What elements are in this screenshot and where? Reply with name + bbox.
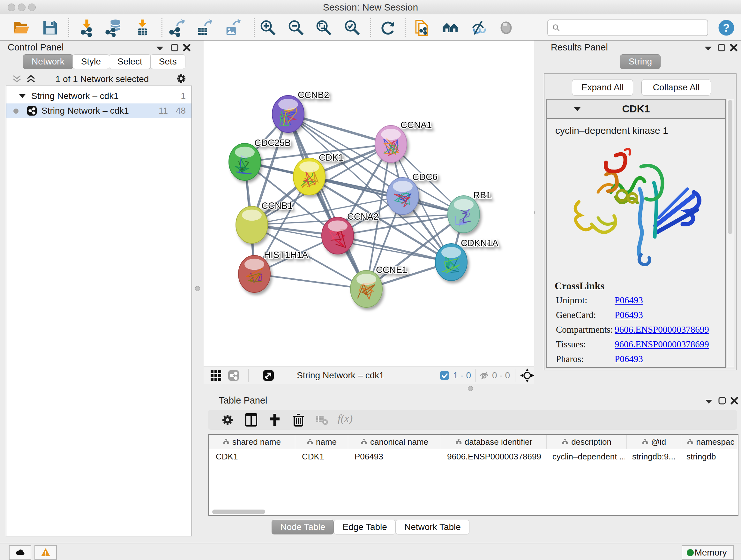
table-row[interactable]: CDK1CDK1P064939606.ENSP00000378699cyclin… xyxy=(209,449,738,464)
tab-edge-table[interactable]: Edge Table xyxy=(334,520,396,535)
tab-network-table[interactable]: Network Table xyxy=(396,520,469,535)
tab-select[interactable]: Select xyxy=(109,54,151,69)
tree-expander-icon[interactable] xyxy=(18,93,26,99)
network-row-selected[interactable]: String Network – cdk1 11 48 xyxy=(6,104,192,118)
import-table-file-icon[interactable] xyxy=(133,19,151,37)
cdk1-expander-icon[interactable] xyxy=(573,106,582,112)
home-networks-icon[interactable] xyxy=(442,19,460,37)
column-header-namespac[interactable]: namespac xyxy=(681,435,740,449)
zoom-fit-icon[interactable] xyxy=(315,19,333,37)
table-panel-menu-icon[interactable] xyxy=(704,398,713,404)
network-collection-row[interactable]: String Network – cdk1 1 xyxy=(6,89,192,104)
collapse-all-button[interactable]: Collapse All xyxy=(642,79,711,96)
string-network-graph[interactable]: CCNB2CCNA1CDC25BCDK1CDC6RB1CCNB1CCNA2CDK… xyxy=(204,41,534,367)
memory-label: Memory xyxy=(694,548,727,557)
node-table[interactable]: shared namenamecanonical namedatabase id… xyxy=(208,434,738,516)
control-panel-float-icon[interactable] xyxy=(171,44,179,52)
open-session-icon[interactable] xyxy=(13,19,30,37)
node-CDKN1A[interactable]: CDKN1A xyxy=(435,238,498,281)
orb-eye-icon[interactable] xyxy=(497,19,515,37)
table-panel-float-icon[interactable] xyxy=(718,396,726,405)
import-network-file-icon[interactable] xyxy=(78,19,96,37)
delete-column-icon[interactable] xyxy=(291,413,306,427)
import-network-database-icon[interactable] xyxy=(105,19,123,37)
memory-button[interactable]: Memory xyxy=(682,545,734,560)
network-options-gear-icon[interactable] xyxy=(175,72,188,85)
table-panel-close-icon[interactable] xyxy=(730,396,738,405)
refresh-icon[interactable] xyxy=(379,19,397,37)
column-header-name[interactable]: name xyxy=(295,435,348,449)
crosslink-link[interactable]: 9606.ENSP00000378699 xyxy=(615,324,709,335)
edge-CDK1-RB1[interactable] xyxy=(309,177,464,214)
results-scrollbar[interactable] xyxy=(727,99,734,367)
horizontal-splitter-handle[interactable] xyxy=(468,386,473,391)
tab-style[interactable]: Style xyxy=(72,54,110,69)
table-cell[interactable]: stringdb:9... xyxy=(625,449,679,464)
crosslink-link[interactable]: P06493 xyxy=(615,310,643,320)
expand-all-tree-icon[interactable] xyxy=(25,74,37,84)
cloud-status-button[interactable] xyxy=(9,545,31,560)
table-options-gear-icon[interactable] xyxy=(220,413,235,427)
node-gloss-highlight xyxy=(356,273,376,285)
table-cell[interactable]: P06493 xyxy=(347,449,440,464)
results-panel-menu-icon[interactable] xyxy=(704,45,712,51)
edge-HIST1H1A-CCNE1[interactable] xyxy=(254,274,366,289)
control-panel-menu-icon[interactable] xyxy=(156,45,164,51)
node-CDC6[interactable]: CDC6 xyxy=(387,172,437,214)
table-horizontal-scrollbar[interactable] xyxy=(212,509,265,514)
edge-CCNB2-CCNE1[interactable] xyxy=(288,114,366,289)
table-cell[interactable]: 9606.ENSP00000378699 xyxy=(440,449,545,464)
warnings-button[interactable] xyxy=(35,545,57,560)
results-panel-title: Results Panel xyxy=(551,42,608,53)
table-cell[interactable]: stringdb xyxy=(679,449,738,464)
column-header-description[interactable]: description xyxy=(547,435,627,449)
zoom-selected-icon[interactable] xyxy=(343,19,361,37)
column-header-canonical-name[interactable]: canonical name xyxy=(348,435,441,449)
delete-table-icon[interactable] xyxy=(315,413,329,427)
center-view-crosshair-icon[interactable] xyxy=(520,368,534,382)
create-column-icon[interactable] xyxy=(267,413,282,427)
save-session-icon[interactable] xyxy=(41,19,59,37)
search-input[interactable] xyxy=(564,21,702,34)
function-builder-button[interactable]: f(x) xyxy=(338,413,353,425)
grid-view-icon[interactable] xyxy=(210,370,221,381)
left-splitter-handle[interactable] xyxy=(195,286,200,291)
results-tab-string[interactable]: String xyxy=(620,54,661,69)
open-in-new-window-icon[interactable] xyxy=(263,370,274,381)
crosslink-link[interactable]: 9606.ENSP00000378699 xyxy=(615,339,709,350)
column-header-database-identifier[interactable]: database identifier xyxy=(441,435,547,449)
zoom-in-icon[interactable] xyxy=(259,19,277,37)
help-icon[interactable]: ? xyxy=(718,19,735,37)
results-panel-float-icon[interactable] xyxy=(718,44,726,52)
expand-all-button[interactable]: Expand All xyxy=(572,79,633,96)
cdk1-section-header[interactable]: CDK1 xyxy=(547,100,725,119)
tab-sets[interactable]: Sets xyxy=(150,54,185,69)
results-panel-close-icon[interactable] xyxy=(730,44,738,52)
table-cell[interactable]: cyclin–dependent ... xyxy=(545,449,625,464)
zoom-out-icon[interactable] xyxy=(287,19,305,37)
show-columns-icon[interactable] xyxy=(244,413,259,427)
table-cell[interactable]: CDK1 xyxy=(209,449,295,464)
column-header-shared-name[interactable]: shared name xyxy=(209,435,295,449)
crosslink-link[interactable]: P06493 xyxy=(615,354,643,364)
tab-node-table[interactable]: Node Table xyxy=(272,520,334,535)
crosslink-label: Tissues: xyxy=(556,339,586,350)
table-cell[interactable]: CDK1 xyxy=(295,449,347,464)
export-image-icon[interactable] xyxy=(223,19,241,37)
crosslink-link[interactable]: P06493 xyxy=(615,295,643,306)
clone-network-icon[interactable] xyxy=(413,19,431,37)
node-CDK1[interactable]: CDK1 xyxy=(293,152,343,195)
network-badge-icon[interactable] xyxy=(228,370,239,381)
hide-glasses-icon[interactable] xyxy=(469,19,487,37)
main-toolbar: ? xyxy=(0,14,741,41)
collapse-all-tree-icon[interactable] xyxy=(11,74,22,84)
tab-network[interactable]: Network xyxy=(23,54,73,69)
export-table-icon[interactable] xyxy=(194,19,212,37)
selected-checkbox-icon[interactable] xyxy=(440,371,449,380)
column-header-@id[interactable]: @id xyxy=(627,435,681,449)
network-view-canvas[interactable]: CCNB2CCNA1CDC25BCDK1CDC6RB1CCNB1CCNA2CDK… xyxy=(204,41,534,367)
node-RB1[interactable]: RB1 xyxy=(448,190,491,233)
export-network-icon[interactable] xyxy=(167,19,185,37)
control-panel-close-icon[interactable] xyxy=(183,44,191,52)
node-HIST1H1A[interactable]: HIST1H1A xyxy=(239,250,308,293)
